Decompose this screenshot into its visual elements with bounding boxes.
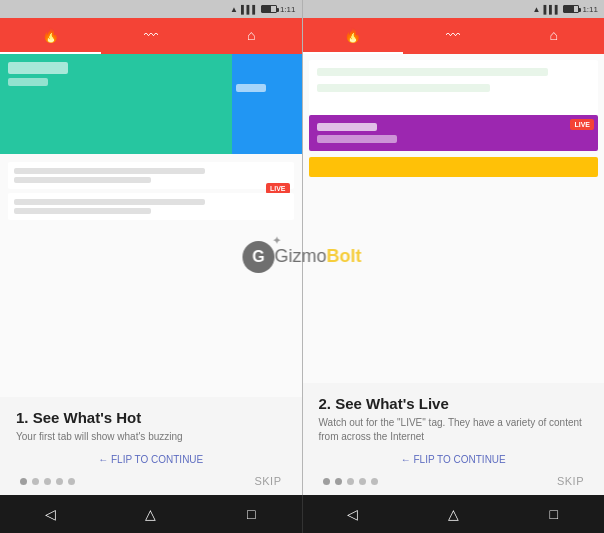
dot-1-5 bbox=[68, 478, 75, 485]
dot-1-1 bbox=[20, 478, 27, 485]
tab-fire-1[interactable]: 🔥 bbox=[0, 18, 101, 54]
mock-content-screen-2: LIVE bbox=[303, 54, 605, 383]
screen-desc-2: Watch out for the "LIVE" tag. They have … bbox=[319, 416, 589, 444]
dot-1-2 bbox=[32, 478, 39, 485]
dot-2-4 bbox=[359, 478, 366, 485]
mock-card-purple: LIVE bbox=[309, 115, 599, 151]
dots-2 bbox=[323, 478, 378, 485]
nav-bar-left: ◁ △ □ bbox=[0, 495, 303, 533]
app-content-1: LIVE bbox=[0, 54, 302, 397]
mock-bar-white-2 bbox=[317, 135, 397, 143]
recent-btn-right[interactable]: □ bbox=[540, 500, 568, 528]
mock-hero-blue bbox=[232, 54, 302, 154]
tab-trending-2[interactable]: 〰 bbox=[403, 18, 504, 54]
dot-2-5 bbox=[371, 478, 378, 485]
home-btn-left[interactable]: △ bbox=[137, 500, 165, 528]
phone-screen-1: 🔥 〰 ⌂ bbox=[0, 18, 303, 495]
dot-2-2 bbox=[335, 478, 342, 485]
time-left: 1:11 bbox=[280, 5, 296, 14]
tab-fire-2[interactable]: 🔥 bbox=[303, 18, 404, 54]
screen-title-1: 1. See What's Hot bbox=[16, 409, 286, 426]
phone-screen-2: 🔥 〰 ⌂ LIVE bbox=[303, 18, 605, 495]
skip-btn-2[interactable]: SKIP bbox=[557, 475, 584, 487]
flip-link-2[interactable]: ← FLIP TO CONTINUE bbox=[319, 454, 589, 465]
mock-lb-4 bbox=[14, 208, 151, 214]
tab-home-2[interactable]: ⌂ bbox=[504, 18, 605, 54]
home-icon-1: ⌂ bbox=[247, 27, 255, 43]
app-header-1: 🔥 〰 ⌂ bbox=[0, 18, 302, 54]
tab-trending-1[interactable]: 〰 bbox=[101, 18, 202, 54]
mock-list-area-1: LIVE bbox=[0, 154, 302, 232]
dot-1-3 bbox=[44, 478, 51, 485]
time-right: 1:11 bbox=[582, 5, 598, 14]
status-bar-left: ▲ ▌▌▌ 1:11 bbox=[0, 0, 303, 18]
fire-icon-1: 🔥 bbox=[42, 27, 59, 43]
dot-2-3 bbox=[347, 478, 354, 485]
skip-btn-1[interactable]: SKIP bbox=[254, 475, 281, 487]
screen-desc-1: Your first tab will show what's buzzing bbox=[16, 430, 286, 444]
mock-bar-1 bbox=[8, 62, 68, 74]
trending-icon-1: 〰 bbox=[144, 27, 158, 43]
wifi-icon-left: ▲ bbox=[230, 5, 238, 14]
mock-list-item-1: LIVE bbox=[8, 162, 294, 189]
mock-bar-small bbox=[236, 84, 266, 92]
tab-home-1[interactable]: ⌂ bbox=[201, 18, 302, 54]
mock-lb-3 bbox=[14, 199, 205, 205]
signal-icon-left: ▌▌▌ bbox=[241, 5, 258, 14]
status-icons-left: ▲ ▌▌▌ 1:11 bbox=[230, 5, 296, 14]
dot-1-4 bbox=[56, 478, 63, 485]
mock-list-item-2 bbox=[8, 193, 294, 220]
mock-bar-2 bbox=[8, 78, 48, 86]
wifi-icon-right: ▲ bbox=[532, 5, 540, 14]
home-btn-right[interactable]: △ bbox=[439, 500, 467, 528]
app-header-2: 🔥 〰 ⌂ bbox=[303, 18, 605, 54]
status-icons-right: ▲ ▌▌▌ 1:11 bbox=[532, 5, 598, 14]
flip-link-1[interactable]: ← FLIP TO CONTINUE bbox=[16, 454, 286, 465]
dots-row-2: SKIP bbox=[319, 475, 589, 487]
screen-title-2: 2. See What's Live bbox=[319, 395, 589, 412]
phone-bottom-2: 2. See What's Live Watch out for the "LI… bbox=[303, 383, 605, 495]
mock-card-white-top bbox=[309, 60, 599, 115]
fire-icon-2: 🔥 bbox=[344, 27, 361, 43]
dot-2-1 bbox=[323, 478, 330, 485]
battery-right bbox=[563, 5, 579, 14]
status-bar-right: ▲ ▌▌▌ 1:11 bbox=[303, 0, 605, 18]
recent-btn-left[interactable]: □ bbox=[237, 500, 265, 528]
home-icon-2: ⌂ bbox=[550, 27, 558, 43]
trending-icon-2: 〰 bbox=[446, 27, 460, 43]
phone-bottom-1: 1. See What's Hot Your first tab will sh… bbox=[0, 397, 302, 495]
dots-row-1: SKIP bbox=[16, 475, 286, 487]
mock-bar-white-1 bbox=[317, 123, 377, 131]
mock-lb-2 bbox=[14, 177, 151, 183]
app-content-2: LIVE bbox=[303, 54, 605, 383]
mock-card-yellow bbox=[309, 157, 599, 177]
back-btn-left[interactable]: ◁ bbox=[36, 500, 64, 528]
live-badge-2: LIVE bbox=[570, 119, 594, 130]
mock-lb-1 bbox=[14, 168, 205, 174]
battery-left bbox=[261, 5, 277, 14]
nav-bar-right: ◁ △ □ bbox=[303, 495, 605, 533]
dots-1 bbox=[20, 478, 75, 485]
mock-content-screen-1: LIVE bbox=[0, 54, 302, 397]
back-btn-right[interactable]: ◁ bbox=[339, 500, 367, 528]
signal-icon-right: ▌▌▌ bbox=[543, 5, 560, 14]
mock-hero-row-1 bbox=[0, 54, 302, 154]
mock-hero-green bbox=[0, 54, 232, 154]
